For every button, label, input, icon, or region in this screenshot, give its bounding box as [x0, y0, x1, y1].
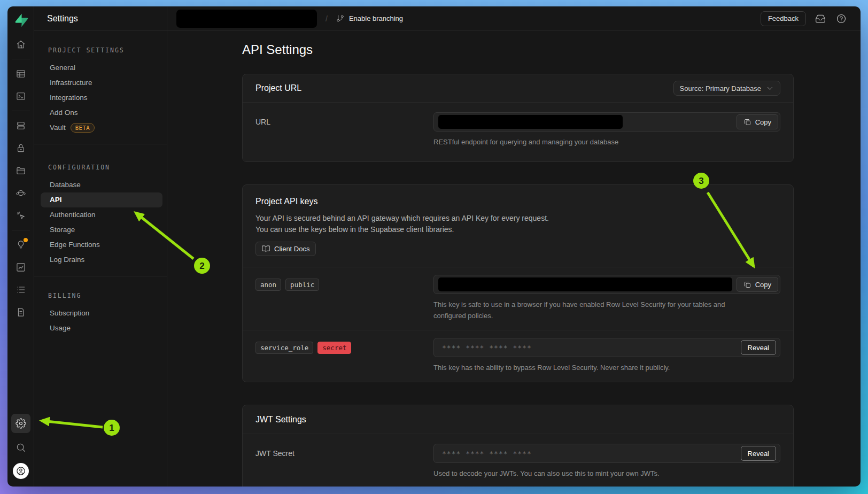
card-title: Project API keys	[255, 197, 780, 206]
redacted-anon-key-value	[438, 277, 732, 291]
rail-divider	[12, 59, 30, 59]
rail-edge-functions-button[interactable]	[13, 185, 29, 201]
rail-table-editor-button[interactable]	[13, 66, 29, 82]
app-window: Settings PROJECT SETTINGS General Infras…	[7, 6, 861, 487]
rail-advisors-button[interactable]	[13, 237, 29, 253]
sidebar-item-label: Integrations	[50, 90, 88, 105]
sidebar-item-database[interactable]: Database	[34, 177, 167, 192]
sidebar-item-label: Usage	[50, 321, 71, 336]
sidebar-item-general[interactable]: General	[34, 60, 167, 75]
rail-database-button[interactable]	[13, 118, 29, 134]
masked-key-value: **** **** **** ****	[438, 344, 532, 352]
list-icon	[15, 284, 26, 295]
anon-key-copy-button[interactable]: Copy	[737, 277, 778, 292]
sidebar-item-label: Log Drains	[50, 252, 84, 267]
database-icon	[15, 120, 26, 131]
lock-icon	[15, 143, 26, 153]
supabase-logo-icon	[13, 13, 28, 30]
desktop-background: Settings PROJECT SETTINGS General Infras…	[0, 0, 868, 494]
folder-icon	[15, 165, 26, 176]
sidebar-menu: PROJECT SETTINGS General Infrastructure …	[34, 31, 167, 336]
rail-authentication-button[interactable]	[13, 140, 29, 156]
realtime-cursor-icon	[15, 210, 26, 221]
sidebar-item-label: Database	[50, 177, 81, 192]
rail-home-button[interactable]	[13, 36, 29, 52]
search-icon	[15, 442, 26, 453]
section-heading-configuration: CONFIGURATION	[34, 162, 167, 173]
sidebar-item-usage[interactable]: Usage	[34, 321, 167, 336]
sidebar-item-label: Infrastructure	[50, 75, 92, 90]
rail-divider	[12, 111, 30, 111]
secret-badge: secret	[317, 342, 351, 354]
rail-logs-button[interactable]	[13, 282, 29, 298]
client-docs-label: Client Docs	[274, 245, 309, 253]
copy-icon	[743, 118, 751, 126]
enable-branching-button[interactable]: Enable branching	[336, 14, 403, 22]
sidebar-item-edge-functions[interactable]: Edge Functions	[34, 237, 167, 252]
user-avatar[interactable]	[13, 463, 29, 479]
chevron-down-icon	[766, 84, 774, 92]
card-title: Project URL	[255, 83, 301, 93]
main-area: / Enable branching Feedback API Settings	[167, 6, 861, 487]
api-keys-description-line2: You can use the keys below in the Supaba…	[255, 224, 780, 235]
sql-editor-icon	[15, 91, 26, 102]
jwt-reveal-button[interactable]: Reveal	[741, 446, 776, 461]
card-title: JWT Settings	[255, 415, 306, 424]
anon-badge: anon	[255, 279, 281, 291]
sidebar-item-label: Vault	[50, 120, 66, 135]
divider	[34, 144, 167, 144]
sidebar-item-log-drains[interactable]: Log Drains	[34, 252, 167, 267]
rail-sql-editor-button[interactable]	[13, 88, 29, 104]
enable-branching-label: Enable branching	[349, 14, 403, 22]
service-role-reveal-button[interactable]: Reveal	[741, 340, 776, 355]
document-icon	[15, 307, 26, 318]
service-role-badge: service_role	[255, 342, 313, 354]
icon-rail	[7, 6, 34, 487]
table-editor-icon	[15, 68, 26, 79]
rail-reports-button[interactable]	[13, 259, 29, 275]
sidebar-item-api[interactable]: API	[41, 192, 162, 207]
service-role-key-row: service_role secret **** **** **** **** …	[243, 330, 793, 382]
rail-settings-button[interactable]	[11, 414, 30, 433]
rail-api-docs-button[interactable]	[13, 304, 29, 320]
sidebar-item-label: API	[50, 192, 62, 207]
rail-storage-button[interactable]	[13, 163, 29, 179]
bar-chart-icon	[15, 262, 26, 273]
url-row-label: URL	[255, 112, 433, 148]
service-role-key-field[interactable]: **** **** **** **** Reveal	[433, 338, 780, 357]
anon-key-field[interactable]: Copy	[433, 275, 780, 294]
sidebar-item-vault[interactable]: Vault BETA	[34, 120, 167, 135]
sidebar-item-infrastructure[interactable]: Infrastructure	[34, 75, 167, 90]
rail-search-button[interactable]	[13, 439, 29, 456]
sidebar-item-authentication[interactable]: Authentication	[34, 207, 167, 222]
home-icon	[15, 39, 26, 50]
source-select-value: Source: Primary Database	[680, 84, 761, 92]
masked-jwt-value: **** **** **** ****	[438, 450, 532, 458]
sidebar-title: Settings	[34, 6, 167, 31]
sidebar-item-storage[interactable]: Storage	[34, 222, 167, 237]
beta-badge: BETA	[71, 123, 95, 133]
jwt-secret-field[interactable]: **** **** **** **** Reveal	[433, 444, 780, 463]
help-icon[interactable]	[835, 12, 848, 25]
redacted-url-value	[438, 115, 623, 129]
sidebar-item-label: Subscription	[50, 306, 89, 321]
settings-sidebar: Settings PROJECT SETTINGS General Infras…	[34, 6, 167, 487]
project-url-field[interactable]: Copy	[433, 112, 780, 132]
inbox-icon[interactable]	[814, 12, 827, 25]
source-select[interactable]: Source: Primary Database	[673, 81, 780, 96]
sidebar-item-label: Authentication	[50, 207, 96, 222]
feedback-button[interactable]: Feedback	[761, 11, 806, 26]
url-copy-button[interactable]: Copy	[737, 114, 778, 129]
sidebar-item-label: Storage	[50, 222, 75, 237]
redacted-project-name	[176, 10, 317, 28]
url-help-text: RESTful endpoint for querying and managi…	[433, 136, 780, 148]
sidebar-item-add-ons[interactable]: Add Ons	[34, 105, 167, 120]
client-docs-button[interactable]: Client Docs	[255, 242, 316, 256]
api-keys-description-line1: Your API is secured behind an API gatewa…	[255, 213, 780, 224]
book-icon	[262, 245, 270, 253]
top-bar: / Enable branching Feedback	[167, 6, 861, 31]
sidebar-item-integrations[interactable]: Integrations	[34, 90, 167, 105]
rail-realtime-button[interactable]	[13, 207, 29, 223]
anon-key-help-line2: configured policies.	[433, 310, 780, 321]
sidebar-item-subscription[interactable]: Subscription	[34, 306, 167, 321]
